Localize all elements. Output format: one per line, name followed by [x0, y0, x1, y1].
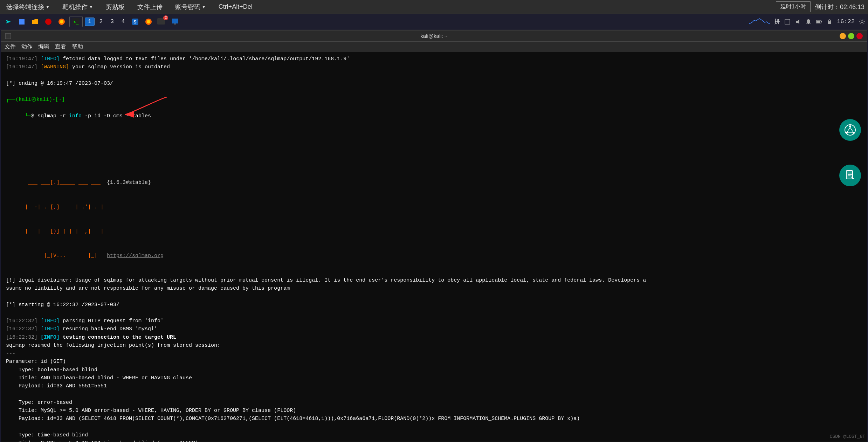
- menu-clipboard[interactable]: 剪贴板: [103, 1, 128, 13]
- taskbar-icon-blue-s[interactable]: S: [130, 16, 141, 27]
- term-menu-view[interactable]: 查看: [55, 43, 66, 50]
- svg-rect-19: [817, 21, 820, 23]
- terminal-window: kali@kali: ~ 文件 动作 编辑 查看 帮助 [16:19:47] […: [1, 30, 867, 442]
- countdown-display: 倒计时：02:46:13: [815, 3, 864, 11]
- chevron-down-icon: ▼: [89, 5, 93, 9]
- taskbar-icon-square[interactable]: [16, 16, 27, 27]
- network-chart: [749, 17, 770, 27]
- terminal-icon: [5, 33, 11, 39]
- ime-indicator[interactable]: 拼: [774, 18, 780, 26]
- term-line: [6, 71, 862, 80]
- svg-rect-1: [19, 19, 25, 25]
- svg-line-29: [850, 127, 853, 132]
- type-time: Type: time-based blind: [6, 431, 862, 439]
- terminal-menu: 文件 动作 编辑 查看 帮助: [1, 42, 867, 52]
- command-line: └─$ sqlmap -r info -p id -D cms --tables: [6, 104, 862, 145]
- taskbar-right: 拼 16:22: [749, 17, 865, 27]
- info-line2: [16:22:32] [INFO] resuming back-end DBMS…: [6, 325, 862, 333]
- term-menu-action[interactable]: 动作: [21, 43, 33, 50]
- terminal-titlebar: kali@kali: ~: [1, 30, 867, 42]
- svg-rect-18: [821, 21, 822, 22]
- menu-ctrlaltdel[interactable]: Ctrl+Alt+Del: [216, 2, 255, 12]
- svg-rect-22: [6, 34, 10, 38]
- dashes-line: ---: [6, 350, 862, 358]
- maximize-button[interactable]: [848, 33, 854, 39]
- taskbar-icon-badge[interactable]: 2: [156, 16, 167, 27]
- terminal-content[interactable]: [16:19:47] [INFO] fetched data logged to…: [1, 52, 867, 442]
- taskbar-icon-monitor[interactable]: [170, 16, 181, 27]
- taskbar-tab-1[interactable]: 1: [85, 18, 95, 26]
- menu-upload[interactable]: 文件上传: [135, 1, 165, 13]
- term-line: [16:19:47] [WARNING] your sqlmap version…: [6, 63, 862, 71]
- sqlmap-logo: _: [6, 146, 862, 171]
- svg-rect-32: [846, 171, 853, 179]
- title-error: Title: MySQL >= 5.0 AND error-based - WH…: [6, 407, 862, 415]
- menu-connect[interactable]: 选择终端连接 ▼: [4, 1, 53, 13]
- sqlmap-logo-line5: |_|V... |_| https://sqlmap.org: [6, 244, 862, 268]
- csdn-watermark: CSDN @LOST_8T: [830, 434, 865, 439]
- taskbar-icon-terminal[interactable]: >_: [69, 16, 83, 27]
- term-line: [6, 292, 862, 301]
- taskbar-icon-red[interactable]: [43, 16, 54, 27]
- term-menu-file[interactable]: 文件: [5, 43, 16, 50]
- taskbar-tab-3[interactable]: 3: [108, 18, 117, 26]
- svg-text:S: S: [133, 19, 137, 25]
- chevron-down-icon: ▼: [46, 5, 50, 9]
- svg-point-21: [861, 21, 863, 23]
- term-line: [16:19:47] [INFO] fetched data logged to…: [6, 55, 862, 63]
- svg-line-28: [847, 127, 850, 132]
- svg-rect-12: [172, 19, 178, 23]
- taskbar-tab-4[interactable]: 4: [119, 18, 128, 26]
- legal-disclaimer2: ssume no liability and are not responsib…: [6, 284, 862, 292]
- svg-point-4: [60, 20, 63, 23]
- svg-point-2: [45, 19, 51, 25]
- param-line: Parameter: id (GET): [6, 358, 862, 366]
- svg-rect-13: [174, 23, 176, 25]
- settings-icon[interactable]: [859, 19, 865, 25]
- float-network-button[interactable]: [839, 119, 861, 141]
- term-line: [6, 268, 862, 276]
- terminal-title-text: kali@kali: ~: [420, 33, 447, 39]
- minimize-button[interactable]: [840, 33, 846, 39]
- delay-button[interactable]: 延时1小时: [776, 1, 811, 12]
- title-bool: Title: AND boolean-based blind - WHERE o…: [6, 374, 862, 382]
- resumed-line: sqlmap resumed the following injection p…: [6, 341, 862, 350]
- term-menu-help[interactable]: 帮助: [72, 43, 83, 50]
- sqlmap-logo-line3: |_ -| . [,] | .'| . |: [6, 195, 862, 219]
- svg-rect-20: [828, 21, 831, 24]
- close-button[interactable]: [856, 33, 863, 39]
- svg-text:>_: >_: [74, 20, 79, 25]
- window-icon: [784, 19, 791, 25]
- lock-icon: [826, 19, 833, 25]
- taskbar-icon-folder[interactable]: [29, 16, 41, 27]
- float-doc-button[interactable]: [839, 165, 861, 186]
- taskbar-icon-firefox[interactable]: [56, 16, 67, 27]
- bell-icon: [805, 19, 812, 25]
- term-line: [6, 390, 862, 398]
- window-controls: [840, 33, 863, 39]
- red-arrow: [108, 94, 178, 118]
- payload-bool: Payload: id=33 AND 5551=5551: [6, 382, 862, 390]
- type-bool: Type: boolean-based blind: [6, 366, 862, 374]
- taskbar-icon-firefox2[interactable]: [143, 16, 154, 27]
- sqlmap-logo-line2: ___ ___[.]_____ ___ ___ {1.6.3#stable}: [6, 171, 862, 195]
- term-menu-edit[interactable]: 编辑: [38, 43, 49, 50]
- doc-icon: [844, 170, 856, 181]
- menu-target[interactable]: 靶机操作 ▼: [60, 1, 96, 13]
- taskbar-tab-2[interactable]: 2: [97, 18, 106, 26]
- taskbar-icon-arrow[interactable]: [3, 16, 14, 27]
- term-line: [6, 309, 862, 317]
- type-error: Type: error-based: [6, 399, 862, 407]
- battery-icon: [816, 19, 822, 25]
- clock-display: 16:22: [837, 18, 855, 25]
- term-line: [*] ending @ 16:19:47 /2023-07-03/: [6, 80, 862, 88]
- svg-rect-15: [785, 19, 790, 24]
- chevron-down-icon: ▼: [202, 5, 206, 9]
- menu-account[interactable]: 账号密码 ▼: [172, 1, 209, 13]
- info-line3: [16:22:32] [INFO] testing connection to …: [6, 333, 862, 341]
- network-icon: [844, 124, 856, 136]
- title-time: Title: MySQL >= 5.0.12 AND time-based bl…: [6, 439, 862, 442]
- sqlmap-logo-line4: |___|_ [)]_|_|_|__,| _|: [6, 219, 862, 244]
- svg-marker-0: [6, 20, 11, 23]
- svg-point-25: [849, 125, 851, 127]
